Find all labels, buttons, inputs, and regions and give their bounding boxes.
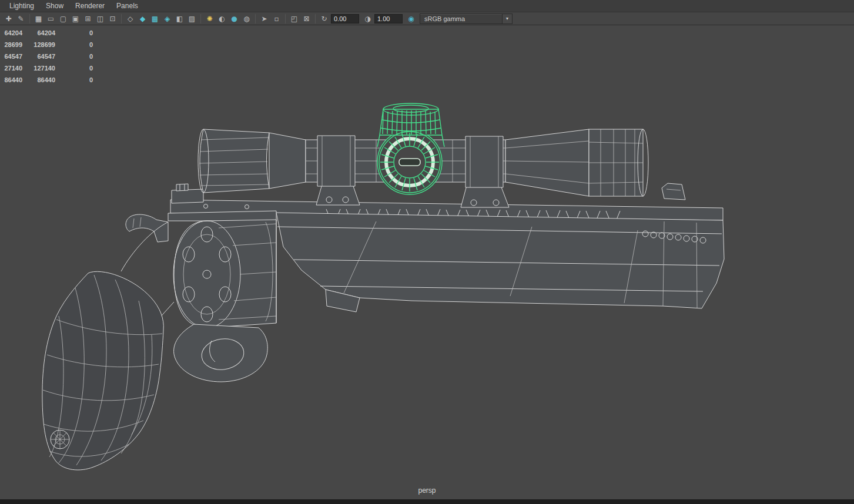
selected-turret[interactable] xyxy=(377,103,444,194)
hud-value: 64547 xyxy=(1,53,22,60)
view-transform-value: sRGB gamma xyxy=(424,15,465,22)
use-default-material-icon[interactable]: ◧ xyxy=(173,13,186,25)
hud-value: 0 xyxy=(55,29,93,36)
film-gate-icon[interactable]: ▭ xyxy=(45,13,57,25)
wireframe-on-shaded-icon[interactable]: ◈ xyxy=(161,13,173,25)
resolution-gate-icon[interactable]: ▢ xyxy=(57,13,69,25)
wireframe-icon[interactable]: ◇ xyxy=(124,13,136,25)
hud-value: 64204 xyxy=(1,29,22,36)
menu-panels[interactable]: Panels xyxy=(110,0,144,12)
hud-row: 28699 128699 0 xyxy=(1,39,93,51)
hud-value: 64547 xyxy=(22,53,55,60)
exposure-icon[interactable]: ↻ xyxy=(318,13,330,25)
gamma-icon[interactable]: ◑ xyxy=(361,13,374,25)
grid-icon[interactable]: ▦ xyxy=(32,13,45,25)
safe-action-icon[interactable]: ◫ xyxy=(94,13,106,25)
use-all-lights-icon[interactable]: ✺ xyxy=(203,13,216,25)
hud-row: 64547 64547 0 xyxy=(1,51,93,62)
panel-menu-bar: Lighting Show Renderer Panels xyxy=(0,0,854,12)
lasso-select-icon[interactable]: ▫ xyxy=(270,13,283,25)
xray-icon[interactable]: ▨ xyxy=(186,13,198,25)
grease-pencil-icon[interactable]: ✎ xyxy=(15,13,27,25)
hud-row: 27140 127140 0 xyxy=(1,62,93,74)
smooth-shade-icon[interactable]: ◆ xyxy=(136,13,149,25)
shadows-icon[interactable]: ◐ xyxy=(216,13,228,25)
hud-value: 127140 xyxy=(22,65,55,72)
toolbar-separator xyxy=(285,14,286,23)
hud-value: 0 xyxy=(55,76,93,83)
menu-lighting[interactable]: Lighting xyxy=(4,0,40,12)
hud-row: 86440 86440 0 xyxy=(1,74,93,86)
panel-toolbar: ✚ ✎ ▦ ▭ ▢ ▣ ⊞ ◫ ⊡ ◇ ◆ ▩ ◈ ◧ ▨ ✺ ◐ ● ◍ ➤ … xyxy=(0,12,854,25)
color-management-icon[interactable]: ◉ xyxy=(405,13,417,25)
view-transform-dropdown[interactable]: sRGB gamma ▼ xyxy=(420,14,513,24)
select-camera-icon[interactable]: ✚ xyxy=(2,13,15,25)
frame-selection-icon[interactable]: ⊠ xyxy=(300,13,313,25)
hud-value: 0 xyxy=(55,41,93,48)
toolbar-separator xyxy=(121,14,122,23)
hud-value: 28699 xyxy=(1,41,22,48)
exposure-input[interactable] xyxy=(331,14,359,23)
poly-count-hud: 64204 64204 0 28699 128699 0 64547 64547… xyxy=(1,27,93,86)
menu-renderer[interactable]: Renderer xyxy=(69,0,110,12)
hud-value: 0 xyxy=(55,53,93,60)
bottom-strip xyxy=(0,499,854,504)
hud-value: 0 xyxy=(55,65,93,72)
hud-value: 128699 xyxy=(22,41,55,48)
textured-icon[interactable]: ▩ xyxy=(149,13,161,25)
hud-value: 86440 xyxy=(22,76,55,83)
viewport-3d[interactable]: 64204 64204 0 28699 128699 0 64547 64547… xyxy=(0,26,854,499)
isolate-select-icon[interactable]: ◰ xyxy=(288,13,300,25)
toolbar-separator xyxy=(29,14,30,23)
toolbar-separator xyxy=(315,14,316,23)
field-chart-icon[interactable]: ⊞ xyxy=(82,13,94,25)
hud-row: 64204 64204 0 xyxy=(1,27,93,39)
chevron-down-icon[interactable]: ▼ xyxy=(502,14,512,23)
hud-value: 27140 xyxy=(1,65,22,72)
safe-title-icon[interactable]: ⊡ xyxy=(106,13,119,25)
screen-space-ao-icon[interactable]: ● xyxy=(228,13,240,25)
gamma-input[interactable] xyxy=(374,14,403,23)
maya-viewport-panel: Lighting Show Renderer Panels ✚ ✎ ▦ ▭ ▢ … xyxy=(0,0,854,504)
toolbar-separator xyxy=(255,14,256,23)
gate-mask-icon[interactable]: ▣ xyxy=(69,13,82,25)
model-revolver-wireframe[interactable] xyxy=(0,26,854,499)
select-tool-icon[interactable]: ➤ xyxy=(258,13,270,25)
motion-blur-icon[interactable]: ◍ xyxy=(240,13,253,25)
menu-show[interactable]: Show xyxy=(40,0,69,12)
toolbar-separator xyxy=(200,14,201,23)
camera-name-label: persp xyxy=(0,486,854,495)
hud-value: 64204 xyxy=(22,29,55,36)
hud-value: 86440 xyxy=(1,76,22,83)
